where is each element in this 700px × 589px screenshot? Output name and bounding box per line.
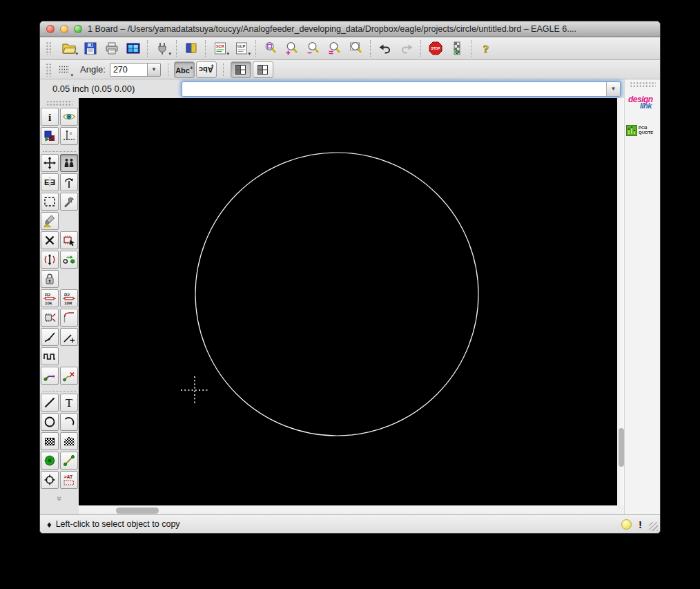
joblight-button[interactable] — [447, 39, 466, 57]
zoom-out-button[interactable] — [304, 39, 322, 57]
save-button[interactable] — [81, 39, 99, 57]
tool-arc-button[interactable] — [60, 413, 78, 431]
ulp-button[interactable]: ULP▾ — [232, 39, 251, 57]
tool-replace-button[interactable] — [60, 231, 78, 249]
tool-wire-button[interactable] — [41, 394, 59, 412]
tool-rect-button[interactable] — [41, 432, 59, 450]
tool-text-button[interactable]: T — [60, 394, 78, 412]
tool-meander-button[interactable] — [41, 347, 59, 365]
tool-lock-button[interactable] — [41, 270, 59, 288]
tool-value-button[interactable]: R210R — [60, 289, 78, 307]
tool-via-button[interactable] — [41, 452, 59, 470]
replace-icon — [62, 233, 76, 247]
tool-paste-button[interactable] — [41, 212, 59, 230]
tool-palette-separator — [43, 147, 76, 152]
split-icon — [43, 330, 57, 344]
script-button[interactable]: SCR▾ — [211, 39, 229, 57]
tool-split-button[interactable] — [41, 328, 59, 346]
command-row: 0.05 inch (0.05 0.00) ▼ — [40, 79, 625, 98]
plug-dropdown-arrow: ▾ — [168, 51, 171, 57]
title-bar[interactable]: 1 Board – /Users/yamadatatsuya/toucyy/An… — [40, 21, 660, 37]
zoom-in-button[interactable] — [282, 39, 301, 57]
close-button[interactable] — [46, 25, 55, 33]
tool-mirror-button[interactable]: EE — [41, 173, 59, 191]
pane-layout-left-button[interactable] — [231, 61, 251, 78]
rotate-icon — [62, 175, 76, 189]
tool-delete-button[interactable] — [41, 231, 59, 249]
text-direction-normal-button[interactable]: Abc+ — [174, 61, 195, 78]
minimize-button[interactable] — [60, 25, 68, 33]
pane-layout-right-button[interactable] — [253, 61, 273, 78]
tool-copy-button[interactable] — [60, 154, 78, 172]
plug-icon — [155, 41, 169, 55]
main-area: i0EER210kR210RT>AT» — [40, 98, 625, 514]
grid-icon — [58, 64, 70, 75]
tool-group-button[interactable] — [41, 193, 59, 211]
tool-optimize-button[interactable] — [60, 328, 78, 346]
library-button[interactable] — [182, 39, 200, 57]
stop-button[interactable]: STOP — [426, 39, 445, 57]
tool-polygon-button[interactable] — [60, 432, 78, 450]
cam-button[interactable] — [124, 39, 142, 57]
window-title: 1 Board – /Users/yamadatatsuya/toucyy/An… — [88, 24, 660, 34]
text-direction-flipped-button[interactable]: Abc + — [196, 61, 217, 78]
vertical-scrollbar-thumb[interactable] — [619, 428, 624, 467]
toolbar-drag-handle[interactable] — [46, 41, 52, 55]
board-canvas[interactable] — [79, 98, 617, 505]
svg-text:STOP: STOP — [431, 47, 440, 50]
zoom-window-button[interactable] — [74, 25, 82, 33]
tool-attribute-button[interactable]: >AT — [60, 471, 78, 489]
tool-smash-button[interactable] — [41, 309, 59, 327]
angle-dropdown-button[interactable]: ▼ — [147, 64, 160, 76]
tool-display-button[interactable] — [41, 127, 59, 145]
pcb-quote-badge[interactable]: PCB QUOTE — [626, 125, 659, 136]
stop-icon: STOP — [428, 41, 443, 56]
help-button[interactable]: ? — [476, 39, 495, 57]
horizontal-scrollbar-thumb[interactable] — [116, 508, 159, 514]
print-button[interactable] — [102, 39, 121, 57]
angle-select[interactable]: 270 ▼ — [110, 63, 161, 77]
grid-button[interactable]: ▾ — [55, 61, 73, 79]
tool-rotate-button[interactable] — [60, 173, 78, 191]
tool-palette-drag-handle[interactable] — [46, 100, 72, 106]
status-bar: ♦ Left-click to select object to copy ! — [40, 514, 660, 533]
zoom-select-button[interactable] — [325, 39, 344, 57]
hole-icon — [43, 473, 57, 487]
pcb-quote-text: PCB QUOTE — [639, 126, 653, 135]
plug-button[interactable]: ▾ — [153, 39, 171, 57]
pcb-quote-icon — [626, 125, 637, 136]
undo-button[interactable] — [376, 39, 394, 57]
tool-move-button[interactable] — [41, 154, 59, 172]
zoom-redraw-button[interactable] — [347, 39, 365, 57]
tool-miter-button[interactable] — [60, 309, 78, 327]
tool-route-button[interactable] — [41, 367, 59, 385]
command-dropdown-button[interactable]: ▼ — [606, 82, 620, 96]
designlink-logo[interactable]: design link — [626, 95, 659, 115]
tool-change-button[interactable] — [60, 193, 78, 211]
tool-grid: i0EER210kR210RT>AT» — [40, 106, 79, 503]
command-input[interactable] — [182, 82, 606, 96]
tool-signal-button[interactable] — [60, 452, 78, 470]
tool-gateswap-button[interactable] — [60, 251, 78, 269]
tool-ripup-button[interactable] — [60, 367, 78, 385]
window-resize-grip[interactable] — [649, 522, 658, 531]
right-panel-drag-handle[interactable] — [630, 81, 656, 88]
tool-info-button[interactable]: i — [41, 108, 59, 126]
group-icon — [43, 195, 57, 209]
main-toolbar: ▾▾SCR▾ULP▾STOP? — [40, 37, 660, 60]
svg-text:?: ? — [483, 43, 489, 56]
redo-button[interactable] — [397, 39, 416, 57]
tool-circle-button[interactable] — [41, 413, 59, 431]
tool-mark-button[interactable]: 0 — [60, 127, 78, 145]
zoom-fit-button[interactable] — [261, 39, 280, 57]
tool-pinswap-button[interactable] — [41, 251, 59, 269]
open-button[interactable]: ▾ — [59, 39, 78, 57]
tool-hole-button[interactable] — [41, 471, 59, 489]
parameter-toolbar-drag-handle[interactable] — [46, 63, 52, 77]
open-icon — [61, 41, 77, 55]
designlink-link-text: link — [640, 102, 652, 110]
tool-name-button[interactable]: R210k — [41, 289, 59, 307]
pane-layout-right-icon — [257, 65, 268, 75]
tool-palette-more-indicator[interactable]: » — [41, 493, 78, 503]
tool-show-button[interactable] — [60, 108, 78, 126]
